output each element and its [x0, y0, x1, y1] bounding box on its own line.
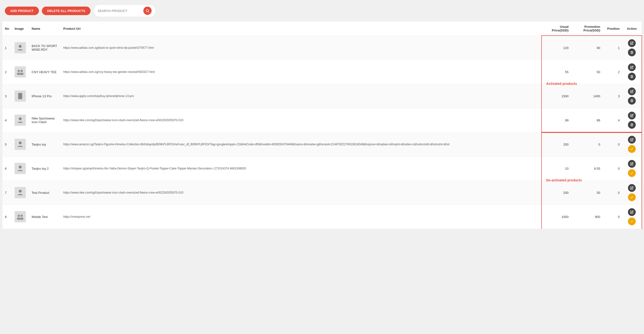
add-product-button[interactable]: ADD PRODUCT — [5, 7, 39, 15]
cell-position: 0 — [602, 181, 622, 205]
cell-url: https://www.amazon.sg/Tanjiro-Figurine-K… — [61, 132, 542, 156]
cell-action — [622, 181, 642, 205]
cell-name: Test Product — [29, 181, 61, 205]
cell-no: 3 — [2, 84, 12, 108]
edit-button[interactable] — [628, 160, 636, 168]
cell-price: 10 — [542, 156, 571, 181]
header-image: Image — [12, 22, 29, 36]
cell-image — [12, 60, 29, 84]
cell-url: https://www.nike.com/sg/t/sportswear-ico… — [61, 181, 542, 205]
cell-action — [622, 36, 642, 60]
edit-button[interactable] — [628, 136, 636, 144]
table-row: 7 Test Product https://www.nike.com/sg/t… — [2, 181, 642, 205]
cell-no: 6 — [2, 156, 12, 181]
cell-url: https://shopee.sg/amp/Kimetsu-No-Yaiba-D… — [61, 156, 542, 181]
cell-price: 1500 — [542, 84, 571, 108]
svg-point-13 — [18, 215, 20, 217]
svg-point-6 — [20, 73, 24, 75]
cell-action — [622, 108, 642, 132]
table-row: 4 Nike Sportswear Icon Clash https://www… — [2, 108, 642, 132]
header-action: Action — [622, 22, 642, 36]
cell-image — [12, 36, 29, 60]
toolbar: ADD PRODUCT DELETE ALL PRODUCTS — [0, 0, 644, 22]
product-table-wrapper: No Image Name Product Url Usual Price(SG… — [2, 22, 642, 229]
cell-action — [622, 84, 642, 108]
delete-button[interactable] — [628, 73, 636, 80]
cell-position: 3 — [602, 84, 622, 108]
activate-button[interactable] — [628, 193, 636, 201]
header-price: Usual Price(SGD) — [542, 22, 571, 36]
svg-point-16 — [20, 218, 24, 220]
edit-button[interactable] — [628, 184, 636, 192]
cell-position: 1 — [602, 36, 622, 60]
svg-point-14 — [20, 215, 23, 217]
edit-button[interactable] — [628, 39, 636, 47]
cell-promo: 900 — [571, 205, 602, 229]
product-table: No Image Name Product Url Usual Price(SG… — [2, 22, 642, 229]
svg-line-1 — [148, 12, 149, 13]
delete-button[interactable] — [628, 121, 636, 129]
cell-url: https://www.nike.com/sg/t/sportswear-ico… — [61, 108, 542, 132]
cell-url: https://www.apple.com/shop/buy-iphone/ip… — [61, 84, 542, 108]
cell-no: 7 — [2, 181, 12, 205]
edit-button[interactable] — [628, 63, 636, 71]
cell-url: https://www.adidas.com.sg/cny-heavy-tee-… — [61, 60, 542, 84]
activate-button[interactable] — [628, 145, 636, 153]
search-input[interactable] — [98, 9, 142, 13]
cell-action — [622, 132, 642, 156]
cell-position: 0 — [602, 132, 622, 156]
search-icon — [146, 9, 150, 13]
svg-point-9 — [19, 117, 22, 120]
svg-point-3 — [18, 70, 20, 72]
svg-point-8 — [20, 98, 20, 98]
svg-point-4 — [20, 70, 23, 72]
table-row: 8 Mobile Test https://vnexpress.net 1000… — [2, 205, 642, 229]
cell-promo: 50 — [571, 181, 602, 205]
delete-button[interactable] — [628, 97, 636, 105]
cell-image — [12, 205, 29, 229]
cell-no: 8 — [2, 205, 12, 229]
svg-point-2 — [19, 45, 22, 48]
activate-button[interactable] — [628, 218, 636, 225]
table-row: 6 Tanjiro toy 2 https://shopee.sg/amp/Ki… — [2, 156, 642, 181]
cell-promo: 50 — [571, 60, 602, 84]
cell-promo: 89 — [571, 108, 602, 132]
delete-all-button[interactable]: DELETE ALL PRODUCTS — [42, 7, 90, 15]
cell-name: CNY HEAVY TEE — [29, 60, 61, 84]
cell-price: 1000 — [542, 205, 571, 229]
cell-url: https://vnexpress.net — [61, 205, 542, 229]
cell-action — [622, 60, 642, 84]
cell-name: Nike Sportswear Icon Clash — [29, 108, 61, 132]
cell-image — [12, 108, 29, 132]
table-row: 2 CNY HEAVY TEE https://www.adidas.com.s… — [2, 60, 642, 84]
table-row: 1 BACK TO SPORT WIND.RDY https://www.adi… — [2, 36, 642, 60]
cell-no: 4 — [2, 108, 12, 132]
table-header-row: No Image Name Product Url Usual Price(SG… — [2, 22, 642, 36]
header-position: Position — [602, 22, 622, 36]
cell-price: 200 — [542, 181, 571, 205]
delete-button[interactable] — [628, 49, 636, 56]
header-promo: Promotion Price(SGD) — [571, 22, 602, 36]
header-no: No — [2, 22, 12, 36]
edit-button[interactable] — [628, 112, 636, 119]
cell-action — [622, 156, 642, 181]
cell-price: 200 — [542, 132, 571, 156]
cell-image — [12, 156, 29, 181]
table-row: 5 Tanjiro toy https://www.amazon.sg/Tanj… — [2, 132, 642, 156]
cell-promo: 90 — [571, 36, 602, 60]
header-name: Name — [29, 22, 61, 36]
activate-button[interactable] — [628, 169, 636, 177]
cell-position: 0 — [602, 205, 622, 229]
edit-button[interactable] — [628, 208, 636, 216]
search-button[interactable] — [143, 7, 152, 15]
cell-no: 2 — [2, 60, 12, 84]
edit-button[interactable] — [628, 88, 636, 95]
cell-name: iPhone 13 Pro — [29, 84, 61, 108]
svg-point-10 — [19, 141, 22, 144]
cell-price: 120 — [542, 36, 571, 60]
cell-name: Tanjiro toy 2 — [29, 156, 61, 181]
cell-promo: 8.55 — [571, 156, 602, 181]
search-bar — [94, 5, 156, 17]
svg-point-12 — [19, 190, 22, 193]
cell-name: BACK TO SPORT WIND.RDY — [29, 36, 61, 60]
